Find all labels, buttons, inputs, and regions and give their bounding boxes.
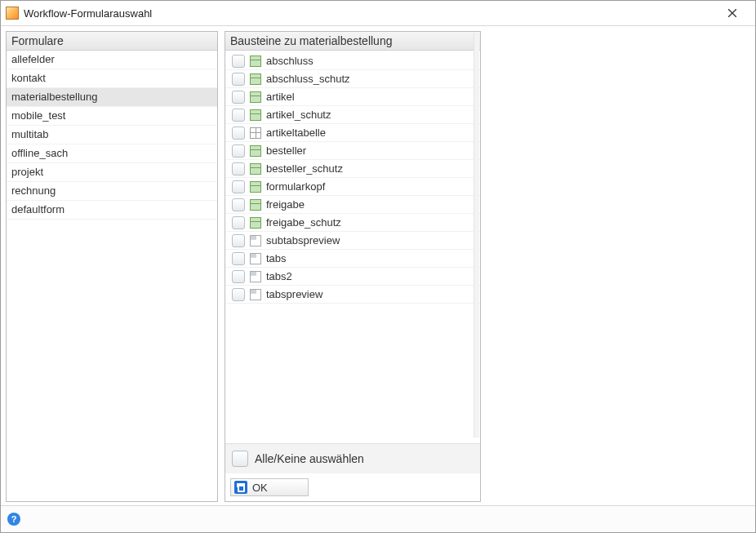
tab-icon [250,253,261,264]
save-icon [234,481,247,494]
baustein-checkbox[interactable] [232,91,245,104]
formulare-item-label: offline_sach [11,147,68,159]
baustein-row[interactable]: tabs [225,250,480,268]
baustein-checkbox[interactable] [232,55,245,68]
baustein-row[interactable]: freigabe [225,196,480,214]
baustein-row[interactable]: freigabe_schutz [225,214,480,232]
statusbar: ? [1,505,755,532]
form-icon [250,163,261,175]
baustein-row[interactable]: tabspreview [225,286,480,304]
baustein-checkbox[interactable] [232,109,245,122]
form-icon [250,217,261,229]
baustein-row[interactable]: artikeltabelle [225,124,480,142]
close-icon [728,9,736,17]
select-all-checkbox[interactable] [232,451,248,467]
baustein-checkbox[interactable] [232,144,245,158]
formulare-item[interactable]: allefelder [7,51,217,69]
baustein-checkbox[interactable] [232,198,245,211]
baustein-row[interactable]: abschluss_schutz [225,70,480,88]
baustein-label: freigabe [266,198,475,211]
form-icon [250,56,261,67]
baustein-label: artikel_schutz [266,108,475,122]
baustein-label: artikel [266,90,475,104]
baustein-label: tabs [266,251,475,265]
baustein-row[interactable]: besteller_schutz [225,160,480,178]
form-icon [250,199,261,211]
baustein-checkbox[interactable] [232,180,245,193]
baustein-checkbox[interactable] [232,127,245,140]
form-icon [250,109,261,121]
formulare-item[interactable]: kontakt [7,69,217,88]
ok-button-label: OK [252,482,268,494]
form-icon [250,181,261,193]
formulare-item[interactable]: mobile_test [7,107,217,126]
ok-bar: OK [225,473,480,501]
formulare-item[interactable]: materialbestellung [7,88,217,107]
bausteine-panel: Bausteine zu materialbestellung abschlus… [225,31,481,502]
formulare-item-label: materialbestellung [11,91,98,103]
baustein-row[interactable]: tabs2 [225,268,480,286]
tab-icon [250,271,261,282]
baustein-label: tabspreview [266,287,475,301]
baustein-row[interactable]: artikel [225,88,480,106]
baustein-label: subtabspreview [266,233,475,247]
formulare-item-label: rechnung [11,184,56,197]
baustein-label: freigabe_schutz [266,215,475,229]
formulare-item[interactable]: multitab [7,126,217,144]
form-icon [250,73,261,85]
baustein-label: besteller [266,144,475,158]
baustein-checkbox[interactable] [232,162,245,175]
baustein-label: formularkopf [266,180,475,193]
formulare-item[interactable]: defaultform [7,201,217,220]
baustein-label: abschluss_schutz [266,72,475,86]
formulare-item-label: kontakt [11,72,46,84]
baustein-checkbox[interactable] [232,216,245,229]
form-icon [250,91,261,103]
window-title: Workflow-Formularauswahl [24,7,716,20]
formulare-item-label: multitab [11,128,49,140]
formulare-panel: Formulare allefelderkontaktmaterialbeste… [6,31,218,502]
tab-icon [250,289,261,300]
baustein-label: tabs2 [266,269,475,283]
help-icon[interactable]: ? [7,513,20,526]
baustein-row[interactable]: artikel_schutz [225,106,480,124]
tab-icon [250,235,261,247]
baustein-label: artikeltabelle [266,126,475,140]
bausteine-list[interactable]: abschlussabschluss_schutzartikelartikel_… [225,51,480,443]
grid-icon [250,127,261,139]
baustein-checkbox[interactable] [232,73,245,86]
body: Formulare allefelderkontaktmaterialbeste… [1,26,755,532]
app-icon [6,7,19,20]
baustein-checkbox[interactable] [232,288,245,301]
formulare-item-label: defaultform [11,203,64,215]
select-all-label: Alle/Keine auswählen [255,452,364,465]
close-button[interactable] [716,3,749,23]
baustein-label: besteller_schutz [266,162,475,175]
select-all-bar: Alle/Keine auswählen [225,443,480,473]
formulare-header: Formulare [7,32,217,51]
main-area: Formulare allefelderkontaktmaterialbeste… [1,26,755,505]
formulare-item-label: allefelder [11,53,55,65]
formulare-item-label: projekt [11,166,43,178]
form-icon [250,145,261,157]
window: Workflow-Formularauswahl Formulare allef… [0,0,756,533]
baustein-row[interactable]: besteller [225,142,480,160]
baustein-checkbox[interactable] [232,234,245,247]
titlebar: Workflow-Formularauswahl [1,1,755,26]
formulare-list[interactable]: allefelderkontaktmaterialbestellungmobil… [7,51,217,501]
baustein-label: abschluss [266,54,475,68]
baustein-row[interactable]: abschluss [225,52,480,70]
baustein-checkbox[interactable] [232,270,245,283]
formulare-item-label: mobile_test [11,109,65,122]
baustein-row[interactable]: formularkopf [225,178,480,196]
ok-button[interactable]: OK [230,478,309,496]
baustein-row[interactable]: subtabspreview [225,232,480,250]
baustein-checkbox[interactable] [232,252,245,265]
scrollbar[interactable] [474,33,479,438]
formulare-item[interactable]: projekt [7,163,217,182]
bausteine-header: Bausteine zu materialbestellung [225,32,480,51]
formulare-item[interactable]: rechnung [7,182,217,201]
formulare-item[interactable]: offline_sach [7,144,217,163]
